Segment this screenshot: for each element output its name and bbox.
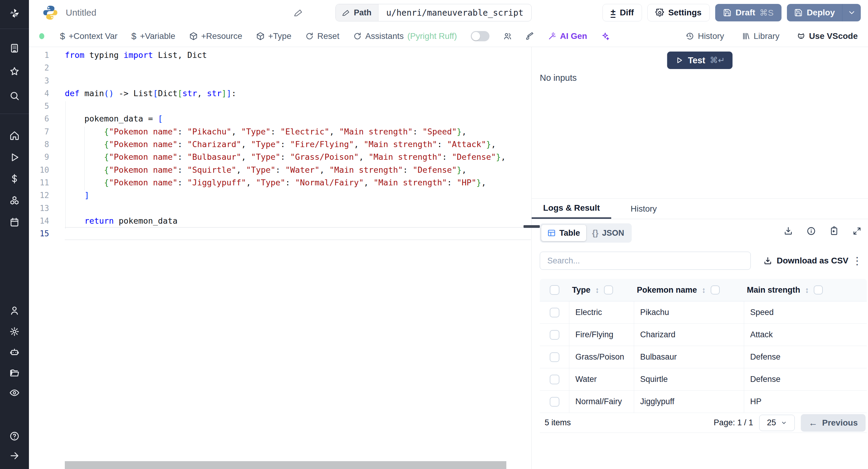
path-value[interactable]: u/henri/maneuverable_script: [378, 4, 531, 21]
expand-sidebar-arrow-icon[interactable]: [7, 448, 22, 463]
windmill-logo[interactable]: [7, 6, 22, 21]
table-row[interactable]: WaterSquirtleDefense: [540, 368, 867, 390]
search-input[interactable]: [540, 252, 751, 270]
code-token: :: [178, 127, 187, 136]
code-token: :: [285, 178, 296, 187]
code-line[interactable]: {"Pokemon name": "Pikachu", "Type": "Ele…: [65, 125, 531, 138]
home-icon[interactable]: [7, 128, 22, 143]
test-label: Test: [688, 56, 705, 65]
row-checkbox-cell: [540, 368, 569, 390]
test-button[interactable]: Test ⌘↵: [667, 52, 733, 69]
table-row[interactable]: ElectricPikachuSpeed: [540, 302, 867, 324]
code-line[interactable]: ]: [65, 189, 531, 201]
user-icon[interactable]: [7, 303, 22, 318]
row-checkbox[interactable]: [550, 375, 559, 384]
view-json-button[interactable]: {} JSON: [586, 225, 630, 241]
tab-logs-result[interactable]: Logs & Result: [532, 199, 611, 219]
draft-button[interactable]: Draft ⌘S: [715, 4, 781, 22]
expand-icon[interactable]: [852, 226, 862, 236]
library-button[interactable]: Library: [742, 31, 780, 41]
code-line[interactable]: from typing import List, Dict: [65, 49, 531, 61]
use-vscode-button[interactable]: Use VScode: [797, 31, 858, 41]
add-resource-button[interactable]: +Resource: [189, 31, 242, 41]
code-editor[interactable]: 123456789101112131415 from typing import…: [29, 47, 531, 469]
table-cell: Electric: [569, 302, 634, 323]
add-resource-label: +Resource: [201, 31, 242, 41]
table-body: ElectricPikachuSpeedFire/FlyingCharizard…: [540, 302, 867, 413]
history-button[interactable]: History: [686, 31, 724, 41]
header-checkbox-cell: [540, 279, 569, 301]
runs-play-icon[interactable]: [7, 150, 22, 164]
code-line[interactable]: [65, 61, 531, 74]
code-line[interactable]: [65, 100, 531, 113]
sparkles-icon[interactable]: [601, 32, 610, 40]
table-row[interactable]: Grass/PoisonBulbasaurDefense: [540, 346, 867, 368]
variables-dollar-icon[interactable]: [7, 171, 22, 186]
deploy-button[interactable]: Deploy: [787, 4, 842, 22]
page-size-select[interactable]: 25: [759, 415, 795, 431]
result-section: Logs & Result History Table {} JSON: [532, 198, 868, 469]
reset-button[interactable]: Reset: [305, 31, 339, 41]
code-line[interactable]: {"Pokemon name": "Jigglypuff", "Type": "…: [65, 176, 531, 189]
sort-icon[interactable]: ↕: [595, 285, 599, 295]
folders-icon[interactable]: [7, 365, 22, 380]
sort-icon[interactable]: ↕: [805, 285, 809, 295]
status-dot: [39, 33, 44, 39]
history-clock-icon: [686, 32, 694, 40]
horizontal-scrollbar[interactable]: [65, 461, 506, 469]
code-area[interactable]: from typing import List, Dictdef main() …: [65, 49, 531, 240]
deploy-dropdown-button[interactable]: [842, 4, 861, 22]
diff-button[interactable]: ± Diff: [602, 4, 642, 22]
code-line[interactable]: def main() -> List[Dict[str, str]]:: [65, 87, 531, 100]
column-filter-box[interactable]: [711, 285, 720, 294]
code-line[interactable]: [65, 202, 531, 215]
table-row[interactable]: Normal/FairyJigglypuffHP: [540, 390, 867, 413]
add-context-var-button[interactable]: $ +Context Var: [60, 31, 118, 41]
edit-title-pencil-icon[interactable]: [294, 8, 303, 17]
settings-button[interactable]: Settings: [647, 4, 710, 22]
select-all-checkbox[interactable]: [550, 285, 559, 295]
multiplayer-users-button[interactable]: [503, 32, 512, 40]
audit-eye-icon[interactable]: [7, 385, 22, 400]
table-row[interactable]: Fire/FlyingCharizardAttack: [540, 324, 867, 346]
code-line[interactable]: pokemon_data = [: [65, 113, 531, 125]
format-brush-button[interactable]: [526, 32, 534, 40]
multiplayer-toggle[interactable]: [471, 31, 490, 41]
code-line[interactable]: [65, 227, 531, 240]
clipboard-icon[interactable]: [830, 226, 839, 236]
code-line[interactable]: {"Pokemon name": "Charizard", "Type": "F…: [65, 138, 531, 151]
workers-robot-icon[interactable]: [7, 345, 22, 359]
column-filter-box[interactable]: [604, 285, 613, 294]
add-variable-button[interactable]: $ +Variable: [131, 31, 176, 41]
view-table-button[interactable]: Table: [541, 225, 586, 241]
row-checkbox[interactable]: [550, 330, 559, 340]
settings-gear-icon[interactable]: [7, 324, 22, 339]
script-path-field[interactable]: Path u/henri/maneuverable_script: [336, 4, 532, 22]
code-line[interactable]: return pokemon_data: [65, 215, 531, 227]
assistants-button[interactable]: Assistants (Pyright Ruff): [353, 31, 457, 41]
previous-page-button[interactable]: ← Previous: [801, 414, 866, 432]
row-checkbox[interactable]: [550, 308, 559, 317]
info-icon[interactable]: [807, 226, 816, 236]
sort-icon[interactable]: ↕: [702, 285, 706, 295]
row-checkbox[interactable]: [550, 397, 559, 407]
code-line[interactable]: {"Pokemon name": "Bulbasaur", "Type": "G…: [65, 151, 531, 163]
download-csv-button[interactable]: Download as CSV: [764, 256, 848, 265]
download-icon[interactable]: [784, 226, 793, 236]
tab-history[interactable]: History: [619, 199, 668, 219]
table-menu-kebab-icon[interactable]: ⋮: [852, 256, 862, 266]
search-icon[interactable]: [7, 89, 22, 103]
schedules-calendar-icon[interactable]: [7, 215, 22, 229]
code-line[interactable]: {"Pokemon name": "Squirtle", "Type": "Wa…: [65, 164, 531, 176]
panel-splitter-handle[interactable]: [524, 225, 540, 228]
row-checkbox[interactable]: [550, 352, 559, 362]
workspace-building-icon[interactable]: [7, 41, 22, 56]
add-type-button[interactable]: +Type: [256, 31, 291, 41]
column-filter-box[interactable]: [814, 285, 823, 294]
resources-boxes-icon[interactable]: [7, 193, 22, 208]
ai-gen-button[interactable]: AI Gen: [548, 31, 587, 41]
help-icon[interactable]: [7, 429, 22, 443]
code-line[interactable]: [65, 74, 531, 87]
code-token: :: [276, 165, 285, 175]
favorites-star-icon[interactable]: [7, 64, 22, 79]
